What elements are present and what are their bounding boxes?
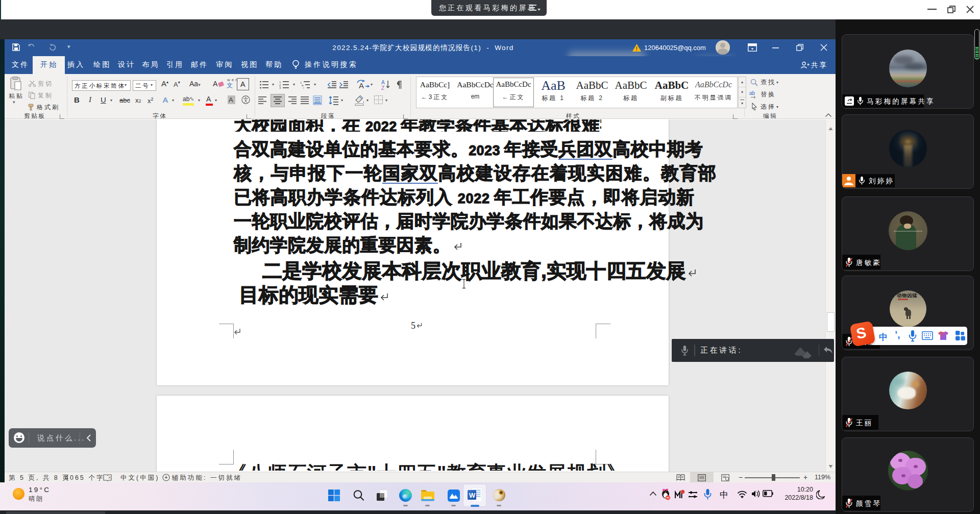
svg-text:A: A [359,81,364,90]
svg-text:Z: Z [381,85,384,90]
svg-text:A: A [381,80,385,85]
svg-text:3: 3 [279,86,281,89]
svg-text:i: i [303,86,304,89]
svg-text:W: W [469,492,476,499]
